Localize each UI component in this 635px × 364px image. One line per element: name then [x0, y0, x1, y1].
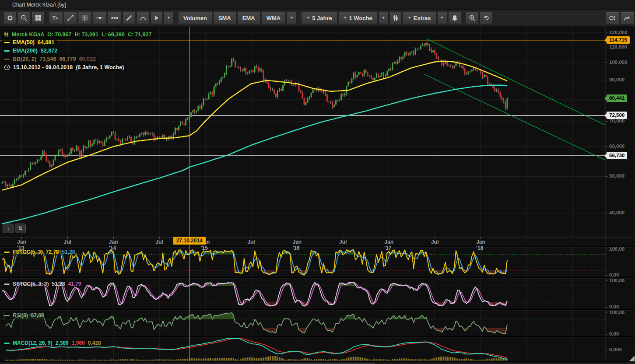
macd-value: 2,389 [56, 340, 69, 346]
indicator-axis-label: 100,00 [609, 310, 624, 315]
ema50-label: EMA(50) [13, 39, 35, 46]
date-marker-badge: 27.10.2014 [173, 237, 206, 245]
rsi-value: 67,08 [31, 312, 44, 318]
sstoc-d-value: 41,79 [68, 281, 81, 287]
price-badge-level-1: 72,500 [607, 112, 627, 119]
resize-handle[interactable] [629, 356, 635, 361]
legend-daterange-row: 15.10.2012 - 09.04.2018 (6 Jahre, 1 Woch… [2, 63, 127, 71]
series-low-value: 69,390 [108, 32, 125, 38]
series-high-label: H: [74, 32, 80, 38]
indicator-axis-label: 0,00 [609, 304, 619, 309]
series-open-label: O: [47, 32, 53, 38]
price-badge-last: 80,441 [607, 94, 627, 102]
price-axis-label: 100,000 [609, 60, 628, 65]
bollinger-lower-value: 60,012 [79, 56, 96, 62]
macd-color-dash-icon [4, 343, 10, 344]
macd-hist-value: 0,428 [88, 340, 101, 346]
time-axis-label: Jul [339, 239, 347, 245]
clock-icon [4, 64, 10, 70]
time-axis-label: Jul [64, 239, 71, 245]
bottom-scrollbar-track[interactable] [0, 362, 635, 364]
arrow-down-icon: ↓ [7, 225, 10, 231]
bollinger-upper-value: 73,546 [39, 56, 56, 62]
indicator-axis-label: 0,00 [609, 331, 619, 336]
rsi-label: RSI(8) [13, 312, 28, 318]
scroll-down-button[interactable]: ↓ [3, 224, 14, 233]
date-range-text: 15.10.2012 - 09.04.2018 [13, 64, 73, 70]
date-range-detail: (6 Jahre, 1 Woche) [76, 64, 124, 70]
series-high-value: 73,091 [82, 32, 98, 38]
time-axis-label: Jul [247, 239, 255, 245]
sstoc-k-value: 51,28 [52, 281, 65, 287]
price-badge-high: 114,715 [607, 36, 630, 44]
fstoc-d-value: 51,28 [62, 249, 75, 255]
ema50-value: 64,081 [38, 39, 54, 46]
sstoc-label: SSTOC(5, 3, 3) [13, 281, 49, 287]
legend-series-row[interactable]: Merck KGaA O:70,967 H:73,091 L:69,390 C:… [2, 30, 154, 38]
bollinger-middle-value: 66,779 [59, 56, 76, 62]
pane-controls: ↓ ⇅ [3, 224, 26, 233]
panel-resize-button[interactable]: ⇅ [15, 224, 26, 233]
series-close-value: 71,927 [135, 32, 151, 38]
legend-ema200-row[interactable]: EMA(200) 52,872 [2, 47, 60, 55]
time-axis-label: Jan '13 [17, 239, 26, 251]
price-axis-label: 110,000 [609, 44, 627, 49]
ema200-value: 52,872 [41, 48, 57, 54]
ema200-color-dash-icon [4, 50, 10, 52]
series-low-label: L: [102, 32, 107, 38]
sstoc-color-dash-icon [4, 284, 10, 285]
price-axis-label: 40,000 [609, 210, 624, 215]
panels-expand-icon: ⇅ [18, 225, 22, 231]
indicator-axis-label: 0,00 [609, 272, 619, 277]
bollinger-color-dash-icon [4, 59, 10, 60]
time-axis-label: Jan '14 [109, 239, 118, 251]
series-candle-icon [4, 31, 9, 38]
time-axis-label: Jan '17 [384, 239, 393, 251]
legend-bollinger-row[interactable]: BB(20, 2) 73,546 66,779 60,012 [2, 55, 99, 63]
macd-signal-value: 1,960 [72, 340, 85, 346]
ema200-label: EMA(200) [13, 48, 38, 54]
price-axis-label: 120,000 [609, 30, 628, 35]
series-close-label: C: [128, 32, 133, 38]
price-badge-level-2: 56,730 [607, 152, 627, 159]
series-open-value: 70,967 [55, 32, 71, 38]
fstoc-color-dash-icon [4, 252, 10, 253]
macd-legend[interactable]: MACD(12, 26, 9) 2,389 1,960 0,428 [3, 340, 104, 346]
price-axis-label: 50,000 [609, 173, 624, 178]
indicator-axis-label: 100,00 [609, 246, 624, 252]
price-axis-label: 60,000 [609, 144, 624, 149]
indicator-axis-label: 100,00 [609, 278, 624, 283]
chart-application-window: Chart Merck KGaA [5y] T+ ▼ Volumen SMA E… [0, 0, 635, 364]
macd-label: MACD(12, 26, 9) [13, 340, 53, 346]
fstoc-k-value: 72,78 [46, 249, 59, 255]
rsi-legend[interactable]: RSI(8) 67,08 [3, 312, 47, 319]
ema50-color-dash-icon [4, 42, 10, 43]
series-name: Merck KGaA [12, 32, 44, 38]
sstoc-legend[interactable]: SSTOC(5, 3, 3) 51,28 41,79 [3, 280, 84, 287]
rsi-color-dash-icon [4, 315, 10, 316]
price-axis-label: 90,000 [609, 77, 624, 82]
time-axis-label: Jan '18 [476, 239, 485, 251]
chart-canvas[interactable] [0, 0, 635, 364]
time-axis-label: Jul [155, 239, 163, 245]
time-axis-label: Jul [431, 239, 439, 245]
bollinger-label: BB(20, 2) [13, 56, 36, 62]
time-axis-label: Jan '16 [293, 239, 302, 251]
fstoc-legend[interactable]: FSTOC(5, 3) 72,78 51,28 [3, 248, 78, 256]
legend-ema50-row[interactable]: EMA(50) 64,081 [2, 38, 57, 46]
indicator-axis-label: 0,000 [609, 347, 622, 352]
